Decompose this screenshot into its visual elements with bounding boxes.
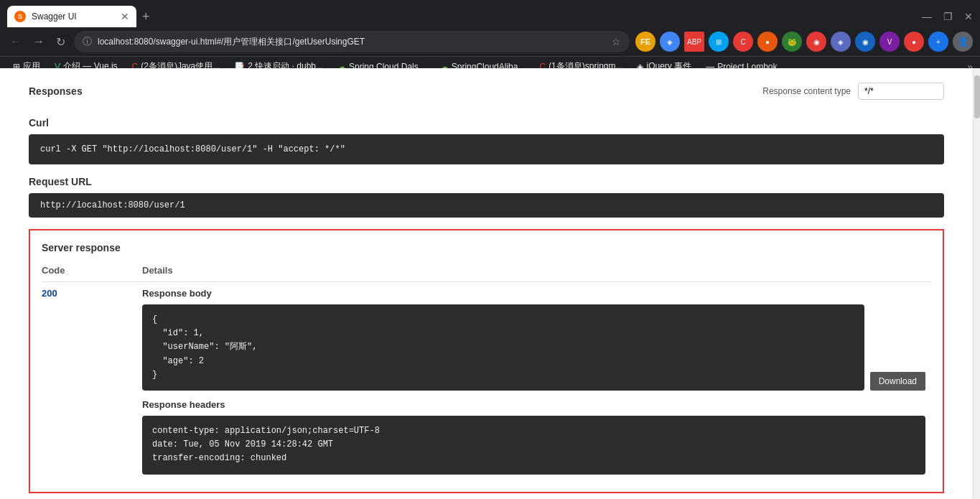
new-tab-button[interactable]: + (136, 9, 156, 24)
extension-icon-7[interactable]: 🐸 (782, 32, 802, 52)
response-headers-code-block: content-type: application/json;charset=U… (142, 416, 925, 475)
extension-icon-9[interactable]: ◈ (831, 32, 851, 52)
extension-icon-6[interactable]: ● (757, 32, 778, 52)
tab-icon: S (14, 11, 26, 22)
extension-adblock-icon[interactable]: ABP (684, 32, 704, 52)
responses-header: Responses Response content type */* (29, 83, 944, 106)
scrollbar-thumb[interactable] (974, 75, 980, 118)
extension-icon-13[interactable]: + (928, 32, 948, 52)
forward-button[interactable]: → (30, 32, 47, 51)
response-headers-label: Response headers (142, 399, 925, 410)
minimize-button[interactable]: — (922, 11, 932, 22)
tab-label: Swagger UI (32, 11, 115, 22)
page-content: Responses Response content type */* Curl… (0, 68, 980, 499)
extension-fe-icon[interactable]: FE (635, 32, 655, 52)
details-header: Details (142, 262, 931, 282)
window-controls: — ❐ ✕ (922, 11, 973, 22)
browser-tab[interactable]: S Swagger UI ✕ (7, 6, 136, 27)
responses-section-title: Responses (29, 85, 83, 97)
swagger-content: Responses Response content type */* Curl… (0, 68, 973, 499)
server-response-row: 200 Response body { "id": 1, "userName":… (42, 282, 931, 480)
request-url-label: Request URL (29, 176, 944, 187)
extension-icon-12[interactable]: ● (904, 32, 924, 52)
scrollbar[interactable] (973, 68, 980, 499)
extension-icon-11[interactable]: V (879, 32, 900, 52)
title-bar: S Swagger UI ✕ + — ❐ ✕ (0, 0, 980, 27)
curl-code-block: curl -X GET "http://localhost:8080/user/… (29, 134, 944, 164)
content-type-select[interactable]: */* (858, 83, 944, 100)
address-text: localhost:8080/swagger-ui.html#/用户管理相关接口… (98, 36, 606, 48)
server-response-details: Response body { "id": 1, "userName": "阿斯… (142, 282, 931, 480)
rct-label: Response content type (762, 86, 851, 96)
browser-chrome: S Swagger UI ✕ + — ❐ ✕ ← → ↻ ⓘ localhost… (0, 0, 980, 68)
profile-icon[interactable]: 👤 (953, 32, 973, 52)
bookmark-star-icon[interactable]: ☆ (612, 36, 621, 47)
address-icons: ☆ (612, 36, 621, 47)
response-body-code-block: { "id": 1, "userName": "阿斯", "age": 2 } (142, 304, 864, 391)
extension-ms-icon[interactable]: ⊞ (709, 32, 729, 52)
response-body-label: Response body (142, 288, 925, 299)
code-value: 200 (42, 288, 57, 299)
response-content-type-container: Response content type */* (762, 83, 944, 100)
request-url-block: http://localhost:8080/user/1 (29, 193, 944, 218)
close-button[interactable]: ✕ (964, 11, 973, 22)
back-button[interactable]: ← (7, 32, 24, 51)
extension-icon-2[interactable]: ◈ (660, 32, 680, 52)
server-response-box: Server response Code Details 200 (29, 229, 944, 493)
toolbar-icons: FE ◈ ABP ⊞ C ● 🐸 ◉ ◈ ◉ V ● + 👤 (635, 32, 973, 52)
main-content: Responses Response content type */* Curl… (0, 68, 973, 499)
tab-close-button[interactable]: ✕ (121, 11, 129, 22)
server-response-code: 200 (42, 282, 142, 480)
address-bar[interactable]: ⓘ localhost:8080/swagger-ui.html#/用户管理相关… (74, 31, 630, 52)
server-response-title: Server response (42, 242, 931, 253)
refresh-button[interactable]: ↻ (53, 32, 68, 52)
code-header: Code (42, 262, 142, 282)
server-response-table: Code Details 200 Response body (42, 262, 931, 480)
maximize-button[interactable]: ❐ (943, 11, 953, 22)
address-bar-row: ← → ↻ ⓘ localhost:8080/swagger-ui.html#/… (0, 27, 980, 56)
extension-icon-5[interactable]: C (733, 32, 753, 52)
download-button[interactable]: Download (870, 372, 925, 391)
extension-icon-10[interactable]: ◉ (855, 32, 875, 52)
extension-icon-8[interactable]: ◉ (806, 32, 826, 52)
curl-label: Curl (29, 117, 944, 129)
